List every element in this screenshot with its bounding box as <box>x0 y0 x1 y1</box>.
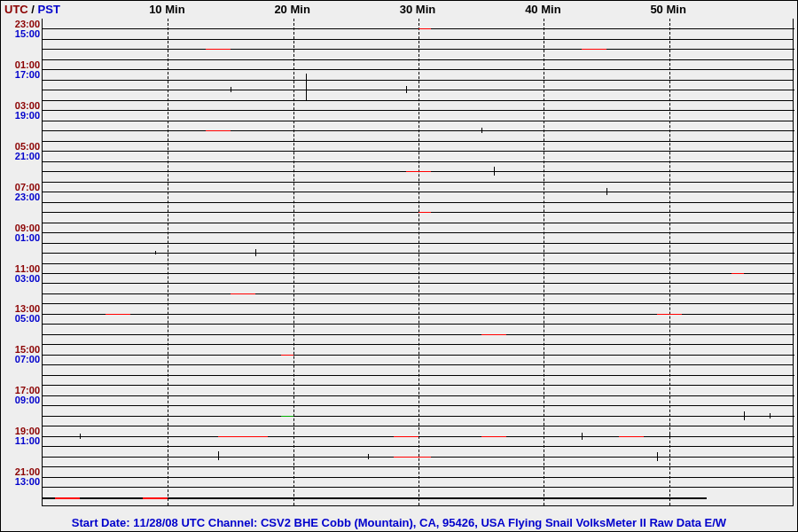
red-segment <box>732 273 744 274</box>
seismogram-frame: UTC / PST 10 Min20 Min30 Min40 Min50 Min… <box>0 0 798 532</box>
spike <box>218 451 219 460</box>
row-separator <box>43 426 793 426</box>
y-label-pst: 09:00 <box>15 395 40 405</box>
y-label-pst: 05:00 <box>15 314 40 324</box>
trace-line <box>43 436 794 437</box>
red-segment <box>481 334 506 335</box>
y-axis-labels: 23:0015:0001:0017:0003:0019:0005:0021:00… <box>1 19 42 506</box>
y-label-utc: 09:00 <box>15 223 40 233</box>
row-separator <box>43 39 793 40</box>
spike <box>368 454 369 459</box>
y-label-pst: 15:00 <box>15 29 40 39</box>
footer-caption: Start Date: 11/28/08 UTC Channel: CSV2 B… <box>1 516 797 529</box>
row-separator <box>43 100 793 101</box>
vertical-gridline <box>293 19 294 505</box>
red-segment <box>419 28 431 29</box>
spike <box>80 434 81 439</box>
spike <box>406 86 407 93</box>
spike <box>657 452 658 461</box>
x-tick-label: 20 Min <box>274 3 309 16</box>
row-separator <box>43 364 793 365</box>
row-separator <box>43 243 793 244</box>
spike <box>306 74 307 100</box>
tz-sep: / <box>31 3 35 16</box>
row-separator <box>43 202 793 203</box>
spike <box>231 87 231 92</box>
y-label-utc: 11:00 <box>15 264 40 274</box>
trace-line <box>43 355 794 356</box>
x-tick-label: 30 Min <box>400 3 435 16</box>
red-segment <box>206 49 231 50</box>
x-tick-label: 10 Min <box>149 3 184 16</box>
red-segment <box>218 436 269 437</box>
trace-line <box>43 273 794 274</box>
spike <box>255 249 256 256</box>
row-separator <box>43 223 793 223</box>
spike <box>606 188 607 195</box>
row-separator <box>43 405 793 406</box>
y-label-pst: 03:00 <box>15 274 40 284</box>
y-label-pst: 23:00 <box>15 192 40 202</box>
vertical-gridline <box>669 19 670 505</box>
vertical-gridline <box>168 19 168 505</box>
spike <box>494 167 495 176</box>
red-segment <box>206 130 231 131</box>
row-separator <box>43 161 793 162</box>
row-separator <box>43 141 793 142</box>
row-separator <box>43 324 793 325</box>
trace-line <box>43 69 794 70</box>
red-segment <box>281 355 293 356</box>
spike <box>481 128 482 133</box>
trace-line <box>43 477 794 478</box>
row-separator <box>43 466 793 467</box>
trace-line <box>43 334 794 335</box>
red-segment <box>657 314 682 315</box>
spike <box>155 251 156 254</box>
y-label-pst: 07:00 <box>15 355 40 364</box>
red-segment <box>106 314 130 315</box>
vertical-gridline <box>419 19 419 505</box>
row-separator <box>43 385 793 386</box>
utc-label: UTC <box>4 3 28 16</box>
trace-line <box>43 375 794 376</box>
spike <box>770 413 771 419</box>
row-separator <box>43 263 793 264</box>
red-segment <box>419 212 431 213</box>
x-tick-label: 40 Min <box>525 3 560 16</box>
header: UTC / PST 10 Min20 Min30 Min40 Min50 Min <box>1 1 797 19</box>
y-label-pst: 13:00 <box>15 477 40 487</box>
plot-area <box>42 19 794 506</box>
trace-line <box>43 151 794 152</box>
row-separator <box>43 487 793 488</box>
trace-line <box>43 416 794 417</box>
red-segment <box>582 49 606 50</box>
timezone-header: UTC / PST <box>4 3 60 16</box>
row-separator <box>43 303 793 304</box>
green-segment <box>281 416 293 417</box>
row-separator <box>43 446 793 447</box>
x-tick-label: 50 Min <box>650 3 685 16</box>
row-separator <box>43 283 793 284</box>
y-label-pst: 19:00 <box>15 111 40 121</box>
red-segment <box>619 436 644 437</box>
vertical-gridline <box>544 19 544 505</box>
row-separator <box>43 121 793 121</box>
trace-line <box>43 110 794 111</box>
y-label-utc: 07:00 <box>15 183 40 192</box>
red-segment <box>394 436 419 437</box>
y-label-pst: 21:00 <box>15 152 40 161</box>
red-segment <box>394 457 431 458</box>
row-separator <box>43 182 793 183</box>
spike <box>744 411 745 420</box>
trace-line <box>43 232 794 233</box>
y-label-pst: 11:00 <box>15 436 40 446</box>
y-label-pst: 01:00 <box>15 233 40 243</box>
y-label-pst: 17:00 <box>15 70 40 80</box>
trace-line <box>43 395 794 396</box>
red-segment <box>406 171 431 172</box>
trace-line <box>43 293 794 294</box>
spike <box>669 434 670 439</box>
red-segment <box>481 436 506 437</box>
trace-line <box>43 314 794 315</box>
spike <box>582 433 583 440</box>
